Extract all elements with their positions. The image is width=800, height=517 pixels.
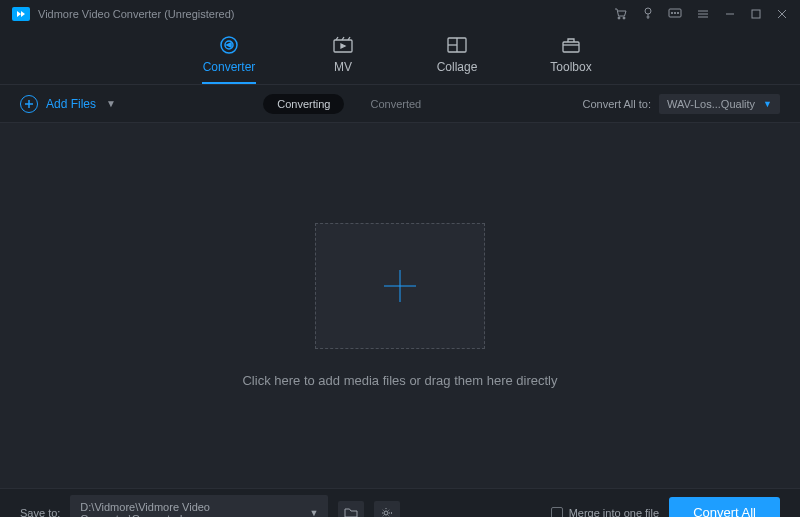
maximize-button[interactable] (750, 8, 762, 20)
footer: Save to: D:\Vidmore\Vidmore Video Conver… (0, 488, 800, 517)
svg-point-26 (384, 511, 388, 515)
settings-button[interactable] (374, 501, 400, 518)
converter-icon (218, 36, 240, 54)
tab-converter[interactable]: Converter (202, 36, 256, 84)
dropzone-hint: Click here to add media files or drag th… (242, 373, 557, 388)
svg-rect-20 (563, 42, 579, 52)
toolbar: Add Files ▼ Converting Converted Convert… (0, 85, 800, 123)
save-to-label: Save to: (20, 507, 60, 518)
toolbox-icon (560, 36, 582, 54)
message-icon[interactable] (668, 8, 682, 20)
checkbox-icon (551, 507, 563, 518)
titlebar: Vidmore Video Converter (Unregistered) (0, 0, 800, 28)
converting-tab[interactable]: Converting (263, 94, 344, 114)
tab-toolbox[interactable]: Toolbox (544, 36, 598, 84)
tab-label: Collage (437, 60, 478, 74)
format-value: WAV-Los...Quality (667, 98, 755, 110)
app-logo-icon (12, 7, 30, 21)
collage-icon (446, 36, 468, 54)
merge-checkbox[interactable]: Merge into one file (551, 507, 660, 518)
chevron-down-icon: ▼ (309, 508, 318, 518)
svg-point-1 (623, 17, 625, 19)
close-button[interactable] (776, 8, 788, 20)
nav-tabs: Converter MV Collage Toolbox (0, 28, 800, 85)
app-title: Vidmore Video Converter (Unregistered) (38, 8, 614, 20)
format-dropdown[interactable]: WAV-Los...Quality ▼ (659, 94, 780, 114)
svg-point-5 (674, 12, 675, 13)
dropzone[interactable] (315, 223, 485, 349)
add-files-button[interactable]: Add Files ▼ (20, 95, 116, 113)
svg-point-0 (618, 17, 620, 19)
mv-icon (332, 36, 354, 54)
cart-icon[interactable] (614, 7, 628, 21)
conversion-pill-tabs: Converting Converted (263, 94, 435, 114)
key-icon[interactable] (642, 7, 654, 21)
chevron-down-icon: ▼ (106, 98, 116, 109)
convert-all-button[interactable]: Convert All (669, 497, 780, 517)
minimize-button[interactable] (724, 8, 736, 20)
svg-point-6 (677, 12, 678, 13)
menu-icon[interactable] (696, 8, 710, 20)
open-folder-button[interactable] (338, 501, 364, 518)
svg-rect-11 (752, 10, 760, 18)
svg-point-2 (645, 8, 651, 14)
plus-circle-icon (20, 95, 38, 113)
add-files-label: Add Files (46, 97, 96, 111)
tab-label: Toolbox (550, 60, 591, 74)
main-area: Click here to add media files or drag th… (0, 123, 800, 488)
convert-all-to-label: Convert All to: (583, 98, 651, 110)
svg-point-4 (671, 12, 672, 13)
chevron-down-icon: ▼ (763, 99, 772, 109)
save-path-dropdown[interactable]: D:\Vidmore\Vidmore Video Converter\Conve… (70, 495, 328, 518)
tab-collage[interactable]: Collage (430, 36, 484, 84)
tab-label: MV (334, 60, 352, 74)
tab-mv[interactable]: MV (316, 36, 370, 84)
merge-label: Merge into one file (569, 507, 660, 518)
save-path-value: D:\Vidmore\Vidmore Video Converter\Conve… (80, 501, 301, 518)
converted-tab[interactable]: Converted (356, 94, 435, 114)
tab-label: Converter (203, 60, 256, 74)
